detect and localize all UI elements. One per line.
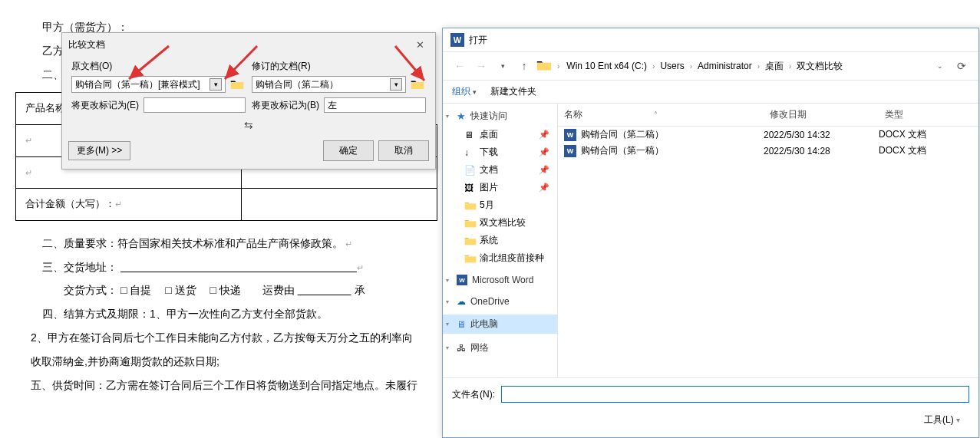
back-button[interactable]: ← bbox=[450, 57, 469, 75]
sidebar-this-pc[interactable]: 🖥此电脑 bbox=[443, 315, 557, 334]
filename-label: 文件名(N): bbox=[452, 388, 495, 401]
file-type: DOCX 文档 bbox=[879, 128, 963, 141]
file-row[interactable]: W购销合同（第一稿）2022/5/30 14:28DOCX 文档 bbox=[558, 143, 978, 159]
doc-line: 五、供货时间：乙方需在签订合同后三个工作日将货物送到合同指定地点。未履行 bbox=[31, 374, 437, 397]
file-open-dialog: W 打开 ← → ▾ ↑ › Win 10 Ent x64 (C:)› User… bbox=[442, 28, 979, 438]
file-row[interactable]: W购销合同（第二稿）2022/5/30 14:32DOCX 文档 bbox=[558, 127, 978, 143]
close-icon[interactable]: ✕ bbox=[411, 38, 429, 52]
open-dialog-title: 打开 bbox=[469, 34, 487, 47]
cancel-button[interactable]: 取消 bbox=[378, 140, 429, 161]
breadcrumb-item[interactable]: Win 10 Ent x64 (C:) bbox=[565, 59, 648, 73]
file-date: 2022/5/30 14:32 bbox=[764, 130, 879, 140]
col-type[interactable]: 类型 bbox=[879, 104, 963, 126]
file-name: 购销合同（第一稿） bbox=[581, 144, 664, 157]
folder-icon bbox=[464, 219, 477, 228]
rev-mark-label: 将更改标记为(B) bbox=[252, 99, 319, 112]
revised-doc-label: 修订的文档(R) bbox=[252, 60, 426, 73]
breadcrumb[interactable]: Win 10 Ent x64 (C:)› Users› Administrato… bbox=[565, 58, 928, 74]
pin-icon: 📌 bbox=[539, 183, 549, 193]
folder-icon bbox=[464, 254, 477, 263]
file-name: 购销合同（第二稿） bbox=[581, 128, 664, 141]
sidebar-item[interactable]: 5月 bbox=[443, 196, 557, 214]
doc-line: 收取滞纳金,并协商逾期货款的还款日期; bbox=[31, 350, 437, 374]
swap-button[interactable]: ⇆ bbox=[62, 117, 435, 136]
revised-doc-select[interactable]: 购销合同（第二稿） ▾ bbox=[252, 76, 406, 93]
refresh-button[interactable]: ⟳ bbox=[952, 57, 971, 75]
up-button[interactable]: ↑ bbox=[515, 57, 533, 75]
recent-dropdown[interactable]: ▾ bbox=[493, 57, 512, 75]
folder-icon bbox=[536, 59, 552, 74]
original-doc-select[interactable]: 购销合同（第一稿）[兼容模式] ▾ bbox=[71, 76, 226, 93]
sum-row: 合计金额（大写）：↵ bbox=[16, 189, 242, 221]
folder-icon bbox=[464, 201, 477, 210]
sidebar-item[interactable]: 🖥桌面📌 bbox=[443, 126, 557, 143]
pin-icon: 📌 bbox=[539, 130, 549, 140]
cloud-icon: ☁ bbox=[457, 296, 466, 307]
sidebar-item[interactable]: ↓下载📌 bbox=[443, 143, 557, 161]
breadcrumb-item[interactable]: Administrator bbox=[696, 59, 754, 73]
doc-line: 2、甲方在签订合同后七个工作日未能向乙方付款，乙方按每天万分之五的利率向 bbox=[31, 326, 437, 350]
sidebar-item[interactable]: 系统 bbox=[443, 232, 557, 249]
pin-icon: 📌 bbox=[539, 147, 549, 157]
word-icon: W bbox=[457, 275, 467, 285]
doc-line: 交货方式： □ 自提 □ 送货 □ 快递 运费由 承 bbox=[42, 278, 437, 302]
breadcrumb-item[interactable]: 双文档比较 bbox=[795, 58, 844, 74]
file-type: DOCX 文档 bbox=[879, 144, 963, 157]
breadcrumb-item[interactable]: Users bbox=[658, 59, 685, 73]
list-header: 名称 ˄ 修改日期 类型 bbox=[558, 104, 978, 127]
download-icon: ↓ bbox=[464, 147, 477, 158]
tools-menu[interactable]: 工具(L) ▾ bbox=[915, 410, 969, 430]
revised-doc-value: 购销合同（第二稿） bbox=[256, 78, 338, 91]
sidebar-quick-access[interactable]: ★快速访问 bbox=[443, 107, 557, 126]
open-original-folder-icon[interactable] bbox=[229, 76, 246, 93]
breadcrumb-dropdown[interactable]: ⌄ bbox=[931, 57, 949, 75]
word-file-icon: W bbox=[564, 145, 576, 157]
word-icon: W bbox=[450, 33, 464, 47]
original-doc-label: 原文档(O) bbox=[71, 60, 246, 73]
sort-indicator-icon: ˄ bbox=[654, 110, 658, 119]
doc-line: 三、交货地址： ↵ bbox=[42, 255, 437, 279]
chevron-down-icon[interactable]: ▾ bbox=[390, 78, 402, 91]
doc-line: 四、结算方式及期限：1、甲方一次性向乙方支付全部货款。 bbox=[42, 302, 437, 326]
sidebar-word[interactable]: WMicrosoft Word bbox=[443, 272, 557, 288]
col-name[interactable]: 名称 ˄ bbox=[558, 104, 764, 126]
orig-mark-label: 将更改标记为(E) bbox=[71, 99, 139, 112]
doc-icon: 📄 bbox=[464, 165, 477, 176]
more-button[interactable]: 更多(M) >> bbox=[68, 141, 130, 160]
orig-mark-input[interactable] bbox=[144, 97, 246, 113]
sidebar-item[interactable]: 双文档比较 bbox=[443, 214, 557, 232]
organize-menu[interactable]: 组织 bbox=[452, 85, 477, 98]
word-file-icon: W bbox=[564, 129, 576, 141]
open-revised-folder-icon[interactable] bbox=[409, 76, 426, 93]
star-icon: ★ bbox=[457, 110, 466, 122]
dialog-title: 比较文档 bbox=[68, 38, 105, 51]
rev-mark-input[interactable] bbox=[324, 97, 426, 113]
file-date: 2022/5/30 14:28 bbox=[764, 146, 879, 156]
pc-icon: 🖥 bbox=[457, 319, 466, 330]
file-list: W购销合同（第二稿）2022/5/30 14:32DOCX 文档W购销合同（第一… bbox=[558, 127, 978, 377]
chevron-down-icon[interactable]: ▾ bbox=[210, 78, 222, 91]
sidebar-item[interactable]: 🖼图片📌 bbox=[443, 179, 557, 196]
filename-input[interactable] bbox=[501, 386, 969, 403]
pin-icon: 📌 bbox=[539, 165, 549, 175]
pic-icon: 🖼 bbox=[464, 183, 477, 193]
compare-documents-dialog: 比较文档 ✕ 原文档(O) 购销合同（第一稿）[兼容模式] ▾ 将更改标记为(E… bbox=[61, 32, 436, 170]
ok-button[interactable]: 确定 bbox=[323, 140, 374, 161]
sidebar: ★快速访问 🖥桌面📌↓下载📌📄文档📌🖼图片📌5月双文档比较系统渝北组疫苗接种 W… bbox=[443, 104, 558, 377]
new-folder-button[interactable]: 新建文件夹 bbox=[490, 85, 536, 98]
sidebar-network[interactable]: 🖧网络 bbox=[443, 338, 557, 357]
sidebar-item[interactable]: 渝北组疫苗接种 bbox=[443, 249, 557, 267]
forward-button[interactable]: → bbox=[472, 57, 490, 75]
sidebar-item[interactable]: 📄文档📌 bbox=[443, 161, 557, 179]
sidebar-onedrive[interactable]: ☁OneDrive bbox=[443, 293, 557, 310]
breadcrumb-item[interactable]: 桌面 bbox=[764, 58, 785, 74]
original-doc-value: 购销合同（第一稿）[兼容模式] bbox=[75, 78, 200, 91]
doc-line: 二、质量要求：符合国家相关技术标准和产品生产商保修政策。 ↵ bbox=[42, 232, 437, 255]
folder-icon bbox=[464, 236, 477, 245]
network-icon: 🖧 bbox=[457, 343, 466, 354]
desktop-icon: 🖥 bbox=[464, 130, 477, 140]
col-date[interactable]: 修改日期 bbox=[764, 104, 879, 126]
